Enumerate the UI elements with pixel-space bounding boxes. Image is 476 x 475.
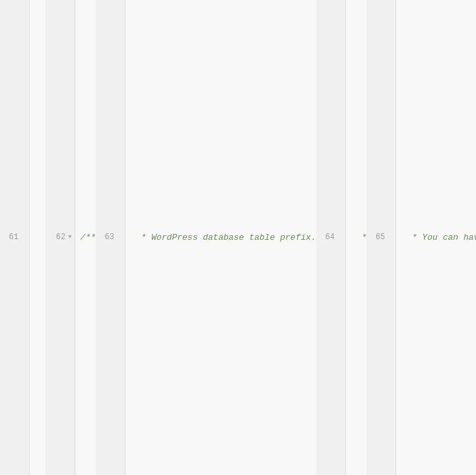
line-number: 63 [105,231,114,244]
line-content [30,0,46,475]
token-comment: * WordPress database table prefix. [131,231,316,244]
code-line: 61 [0,0,46,475]
line-number: 62 [56,231,65,244]
token-comment: * You can have multiple installations in… [401,231,476,244]
line-content: /** [75,0,96,475]
line-content: * WordPress database table prefix. [125,0,316,475]
line-number: 64 [325,231,334,244]
line-content: * [346,0,366,475]
code-line: 64 * [316,0,366,475]
line-number: 65 [376,231,385,244]
token-plain [35,231,46,244]
token-comment: * [351,231,366,244]
code-line: 63 * WordPress database table prefix. [96,0,316,475]
line-content: * You can have multiple installations in… [396,0,476,475]
token-comment: /** [81,231,96,244]
line-number: 61 [9,231,18,244]
code-editor: 61 62▼ /** 63 * WordPress database table… [0,0,476,475]
code-line: 65 * You can have multiple installations… [366,0,476,475]
code-line: 62▼ /** [46,0,96,475]
